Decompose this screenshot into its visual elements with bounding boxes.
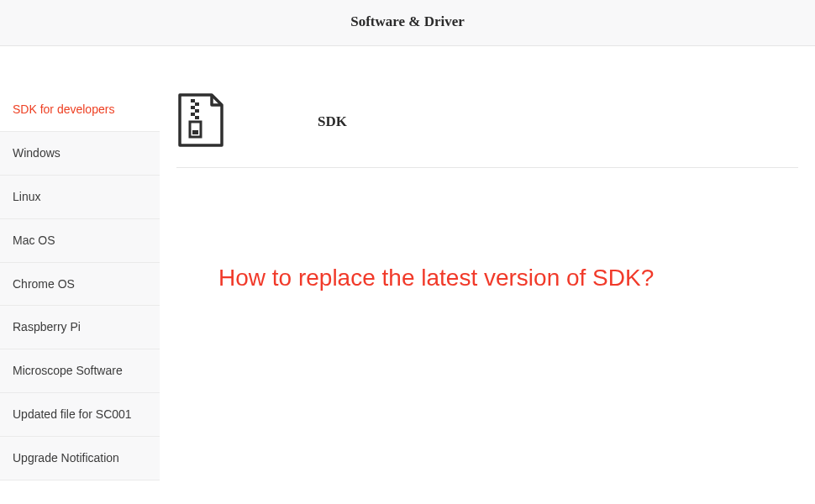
sidebar-item-raspberry-pi[interactable]: Raspberry Pi [0, 306, 160, 349]
svg-rect-5 [195, 116, 199, 119]
svg-rect-3 [195, 109, 199, 113]
sidebar-item-linux[interactable]: Linux [0, 176, 160, 219]
main-content: SDK How to replace the latest version of… [160, 88, 815, 480]
page-title: Software & Driver [0, 13, 815, 30]
sdk-row: SDK [176, 88, 798, 168]
content-container: SDK for developers Windows Linux Mac OS … [0, 88, 815, 480]
sidebar-item-chrome-os[interactable]: Chrome OS [0, 263, 160, 307]
sidebar: SDK for developers Windows Linux Mac OS … [0, 88, 160, 480]
svg-rect-2 [191, 106, 195, 109]
svg-rect-4 [191, 113, 195, 116]
sdk-label: SDK [318, 113, 347, 130]
sidebar-item-label: Updated file for SC001 [13, 407, 132, 421]
sidebar-item-upgrade-notification[interactable]: Upgrade Notification [0, 437, 160, 480]
page-header: Software & Driver [0, 0, 815, 46]
sidebar-item-label: Chrome OS [13, 277, 75, 291]
sidebar-item-label: Linux [13, 190, 40, 203]
sdk-question-heading: How to replace the latest version of SDK… [218, 265, 798, 291]
sidebar-item-windows[interactable]: Windows [0, 132, 160, 176]
svg-rect-6 [190, 122, 201, 137]
sidebar-item-label: Raspberry Pi [13, 320, 81, 333]
sidebar-item-label: Mac OS [13, 234, 55, 247]
sidebar-item-label: SDK for developers [13, 102, 114, 116]
sidebar-item-label: Upgrade Notification [13, 451, 119, 465]
svg-rect-7 [192, 130, 198, 134]
sidebar-item-label: Microscope Software [13, 364, 123, 377]
svg-rect-1 [195, 102, 199, 106]
sidebar-item-sdk-for-developers[interactable]: SDK for developers [0, 88, 160, 132]
sidebar-item-microscope-software[interactable]: Microscope Software [0, 349, 160, 393]
sidebar-item-updated-file-sc001[interactable]: Updated file for SC001 [0, 393, 160, 437]
sidebar-item-mac-os[interactable]: Mac OS [0, 219, 160, 263]
svg-rect-0 [191, 99, 195, 102]
zip-file-icon [176, 93, 225, 150]
sidebar-item-label: Windows [13, 146, 60, 160]
